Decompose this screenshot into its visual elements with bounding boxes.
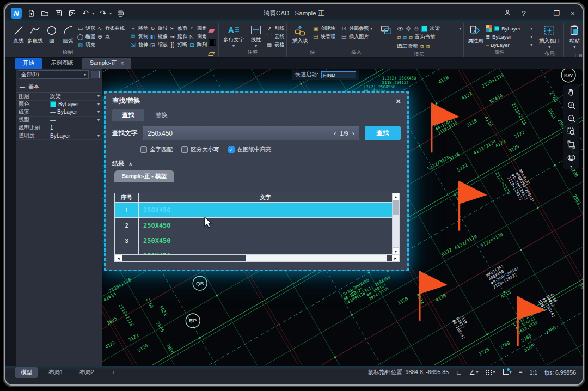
close-button[interactable]: × [568,9,577,17]
add-layout-button[interactable]: ＋ [105,367,122,378]
mtext-dropdown-icon[interactable]: ▾ [232,44,235,48]
insert-block-tool[interactable]: 插入块 [289,23,311,45]
match-properties-tool[interactable]: 属性刷 [466,23,485,45]
drawing-canvas[interactable]: 41182120+11184122N2Φ14311821224122/21204… [102,69,583,366]
zoom-out-button[interactable] [565,113,577,124]
linetype-control[interactable]: ┅ByLayer▾ [486,41,532,48]
minimize-button[interactable]: — [536,9,544,17]
hatch-tool[interactable]: ▨填充 [77,41,95,48]
scroll-down-icon[interactable]: ▼ [393,247,399,254]
copy-tool[interactable]: ⧉复制 [130,33,148,40]
paste-tool[interactable]: 粘贴▾ [566,23,583,50]
scroll-right-icon[interactable]: ► [392,255,399,261]
orbit-dropdown-icon[interactable]: ▼ [569,165,573,168]
polar-tracking-icon[interactable]: ∠▾ [469,369,479,376]
print-button[interactable] [115,8,125,18]
vertical-scroll-thumb[interactable] [393,200,399,215]
help-icon[interactable]: ? [519,9,528,17]
fillet-tool[interactable]: ◜圆角 [188,25,207,32]
scroll-up-icon[interactable]: ▲ [393,193,399,200]
undo-dropdown-icon[interactable]: ▾ [92,11,94,16]
linear-dim-tool[interactable]: 线性▾ [247,23,265,48]
chamfer-tool[interactable]: ◺倒角 [188,33,207,40]
maximize-button[interactable]: ❐ [552,9,561,17]
color-dropdown-icon[interactable]: ▾ [530,26,532,31]
close-tab-icon[interactable]: × [121,60,124,66]
undo-button[interactable]: ↶ [81,8,90,18]
zoom-window-button[interactable] [565,126,577,137]
basic-section-header[interactable]: — 基本 [16,81,102,93]
polyline-tool[interactable]: 多段线 [27,23,43,45]
ellipse-tool[interactable]: ◯椭圆 [77,33,95,40]
table-row[interactable]: 1250X450 [115,203,392,218]
layer-color-swatch[interactable] [421,26,427,32]
orbit-button[interactable] [565,152,577,163]
ortho-toggle-icon[interactable]: ∟ [456,369,462,376]
layer-util-icon[interactable]: ⧉ [403,34,407,41]
xref-tool[interactable]: ⊡外部参照▾ [340,25,372,32]
zoom-extents-button[interactable] [565,139,577,150]
region-tool[interactable]: ▣ [208,36,216,47]
array-tool[interactable]: ⊞阵列 [188,41,207,48]
linear-dropdown-icon[interactable]: ▾ [255,44,257,48]
checkbox-whole-word[interactable]: 全字匹配 [140,146,173,154]
revcloud-tool[interactable]: ⌒云线 [266,33,284,40]
tab-current-document[interactable]: Sample-正× [82,58,131,69]
vertical-scrollbar[interactable]: ▲ ▼ [392,193,399,254]
leader-tool[interactable]: ↗引线 [266,25,284,32]
table-tool[interactable]: ▦表格 [266,41,284,48]
move-tool[interactable]: ＋移动 [130,25,148,32]
object-snap-icon[interactable]: ▾ [503,369,512,375]
boundary-tool[interactable]: ▱ [208,48,216,58]
extend-tool[interactable]: ⇥延伸 [169,33,187,40]
table-row[interactable]: 2250X450 [115,218,392,233]
layer-manager-tool[interactable] [377,23,396,36]
tab-sample-drawings[interactable]: 示例图纸 [43,58,81,69]
current-layer-name[interactable]: 次梁 [430,25,440,32]
spline-tool[interactable]: ∿样条曲线 [96,25,125,32]
layer-util-icon[interactable]: ⧉ [397,34,401,41]
selection-filter-dropdown[interactable]: 全部(0) ▾ [19,70,89,79]
block-manager-tool[interactable]: ▤块管理 [312,33,335,40]
trim-tool[interactable]: ✂修剪 [169,25,187,32]
results-doc-tab[interactable]: Sample-正 - 模型 [114,170,174,182]
table-row[interactable]: 4250X450 [115,248,392,254]
create-block-tool[interactable]: ▣创建块 [312,25,335,32]
layer-lock-icon[interactable] [414,26,419,32]
account-icon[interactable] [503,9,512,18]
point-tool[interactable]: ⊕点 [96,33,125,40]
linetype-dropdown-icon[interactable]: ▾ [530,42,532,47]
insert-image-tool[interactable]: ▤插入图片 [340,33,372,40]
grid-toggle-icon[interactable]: ▾ [486,369,495,376]
scroll-left-icon[interactable]: ◄ [115,255,122,261]
quick-launch-input[interactable] [321,71,356,78]
xref-dropdown-icon[interactable]: ▾ [370,26,372,31]
tab-find[interactable]: 查找 [112,109,144,121]
find-button[interactable]: 查找 [365,126,401,140]
layer-util-icon[interactable]: ⧉ [426,43,430,50]
rotate-tool[interactable]: ↻旋转 [149,25,168,32]
property-row-linetype-scale[interactable]: 线型比例1 [16,124,102,132]
tab-replace[interactable]: 替换 [145,109,177,121]
layer-freeze-icon[interactable] [406,26,412,32]
redo-dropdown-icon[interactable]: ▾ [109,11,112,16]
layout1-tab[interactable]: 布局1 [43,367,69,378]
lineweight-control[interactable]: ≣ByLayer▾ [486,33,532,40]
find-text-field[interactable]: ‹ 1/9 › [143,126,359,140]
layer-visibility-icon[interactable] [397,26,403,32]
dialog-close-icon[interactable]: × [396,96,401,106]
erase-tool[interactable]: ▰ [208,25,216,35]
property-row-lineweight[interactable]: 线宽—ByLayer▾ [16,108,102,117]
viewport-dropdown-icon[interactable]: ▾ [548,45,550,50]
set-current-layer-button[interactable]: 置为当前 [415,34,436,41]
break-tool[interactable]: ][打断 [169,41,187,48]
save-as-button[interactable] [67,8,77,18]
color-control[interactable]: ByLayer▾ [486,25,532,32]
checkbox-match-case[interactable]: 区分大小写 [181,146,219,154]
prev-result-icon[interactable]: ‹ [334,129,336,137]
save-button[interactable] [53,8,63,18]
status-menu-icon[interactable]: ≡ [519,369,523,376]
scale-indicator[interactable]: 1:1 [530,369,538,376]
stretch-tool[interactable]: ⇲拉伸 [130,41,148,48]
checkbox-highlight[interactable]: ✓在图纸中高亮 [228,146,272,154]
